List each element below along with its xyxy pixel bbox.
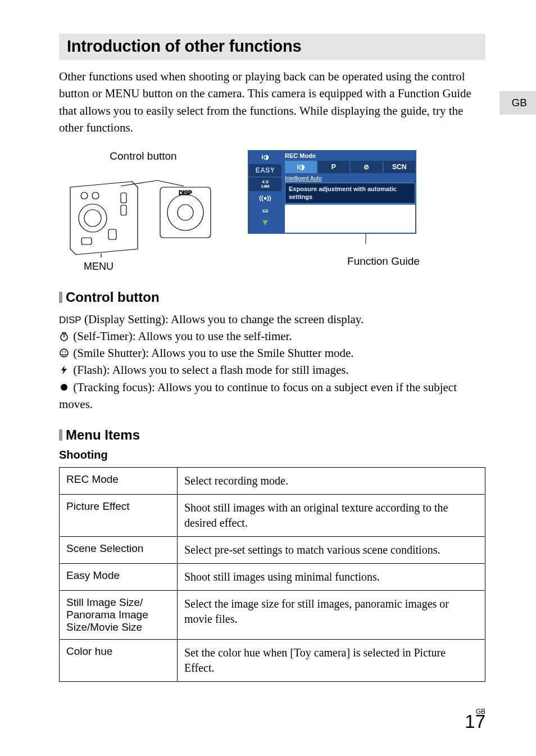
figure-row: Control button [59, 150, 485, 273]
svg-point-3 [92, 192, 99, 199]
control-button-section: Control button DISP (Display Setting): A… [59, 289, 485, 413]
cell-name: Scene Selection [60, 537, 178, 564]
svg-point-21 [61, 384, 67, 391]
cell-desc: Select recording mode. [178, 468, 485, 495]
control-button-label: Control button [59, 150, 228, 162]
timer-line: (Self-Timer): Allows you to use the self… [59, 328, 485, 345]
intro-paragraph: Other functions used when shooting or pl… [59, 68, 485, 137]
mode-p: P [318, 161, 350, 173]
svg-rect-4 [121, 193, 126, 203]
control-button-heading: Control button [59, 289, 485, 305]
smile-line: (Smile Shutter): Allows you to use the S… [59, 345, 485, 361]
page-num-value: 17 [465, 711, 485, 732]
svg-rect-5 [121, 205, 126, 215]
callout-line [283, 234, 451, 245]
svg-point-2 [81, 192, 88, 199]
cell-name: Picture Effect [60, 495, 178, 537]
cell-name: REC Mode [60, 468, 178, 495]
svg-rect-7 [81, 238, 92, 245]
heading-marker-icon [59, 429, 62, 441]
title-bar: Introduction of other functions [59, 34, 485, 60]
self-timer-icon [59, 331, 69, 341]
svg-point-20 [65, 351, 66, 352]
table-row: Still Image Size/ Panorama Image Size/Mo… [60, 591, 485, 640]
side-ratio-icon: 4:314M [249, 178, 281, 191]
cell-desc: Select pre-set settings to match various… [178, 537, 485, 564]
table-row: Color hueSet the color hue when [Toy cam… [60, 640, 485, 682]
cell-desc: Shoot still images using minimal functio… [178, 564, 485, 591]
menu-items-heading: Menu Items [59, 427, 485, 443]
cell-name: Still Image Size/ Panorama Image Size/Mo… [60, 591, 178, 640]
tracking-line: (Tracking focus): Allows you to continue… [59, 379, 485, 413]
side-down-arrow-icon: ▼ [249, 218, 281, 228]
intelligent-auto-label: Intelligent Auto [285, 174, 415, 183]
table-row: Picture EffectShoot still images with an… [60, 495, 485, 537]
flash-icon [59, 365, 69, 375]
menu-items-section: Menu Items Shooting REC ModeSelect recor… [59, 427, 485, 682]
svg-line-13 [157, 180, 184, 186]
svg-point-9 [167, 194, 203, 230]
cell-desc: Select the image size for still images, … [178, 591, 485, 640]
mode-row: i◑ P ⊘ SCN [285, 161, 415, 173]
table-row: Easy ModeShoot still images using minima… [60, 564, 485, 591]
function-guide-label: Function Guide [281, 255, 485, 268]
function-guide-text: Exposure adjustment with automatic setti… [285, 183, 415, 204]
disp-label: DISP [59, 315, 81, 325]
cell-desc: Shoot still images with an original text… [178, 495, 485, 537]
cell-desc: Set the color hue when [Toy camera] is s… [178, 640, 485, 682]
figure-screen: i◑ EASY 4:314M ((●)) ▭ ▼ REC Mode i◑ P ⊘ [248, 150, 485, 273]
smile-shutter-icon [59, 348, 69, 358]
mode-noflash-icon: ⊘ [351, 161, 383, 173]
rec-mode-screen: i◑ EASY 4:314M ((●)) ▭ ▼ REC Mode i◑ P ⊘ [248, 150, 416, 234]
svg-line-12 [121, 180, 157, 186]
svg-point-19 [62, 351, 63, 352]
table-row: Scene SelectionSelect pre-set settings t… [60, 537, 485, 564]
svg-point-1 [84, 210, 101, 227]
svg-point-10 [178, 205, 193, 220]
side-iauto-icon: i◑ [249, 151, 281, 163]
heading-marker-icon [59, 292, 62, 303]
menu-table: REC ModeSelect recording mode. Picture E… [59, 467, 485, 682]
language-tab: GB [499, 91, 536, 115]
page-number: GB 17 [465, 709, 485, 730]
tracking-focus-icon [59, 382, 69, 392]
side-single-icon: ▭ [249, 205, 281, 216]
page: Introduction of other functions Other fu… [0, 0, 536, 704]
cell-name: Color hue [60, 640, 178, 682]
table-row: REC ModeSelect recording mode. [60, 468, 485, 495]
figure-camera: Control button [59, 150, 228, 273]
mode-iauto-icon: i◑ [285, 161, 317, 173]
mode-scn: SCN [384, 161, 416, 173]
disp-line: DISP (Display Setting): Allows you to ch… [59, 311, 485, 328]
flash-line: (Flash): Allows you to select a flash mo… [59, 361, 485, 378]
svg-point-18 [60, 349, 68, 357]
svg-point-0 [79, 204, 107, 232]
blank-area [285, 205, 415, 233]
svg-rect-6 [108, 229, 116, 239]
shooting-heading: Shooting [59, 449, 485, 461]
page-title: Introduction of other functions [67, 37, 478, 56]
menu-label: MENU [84, 261, 228, 273]
side-steady-icon: ((●)) [249, 192, 281, 203]
side-easy-icon: EASY [249, 164, 281, 176]
camera-diagram: DISP [65, 165, 222, 257]
rec-mode-title: REC Mode [285, 151, 415, 161]
svg-text:DISP: DISP [179, 190, 192, 196]
cell-name: Easy Mode [60, 564, 178, 591]
